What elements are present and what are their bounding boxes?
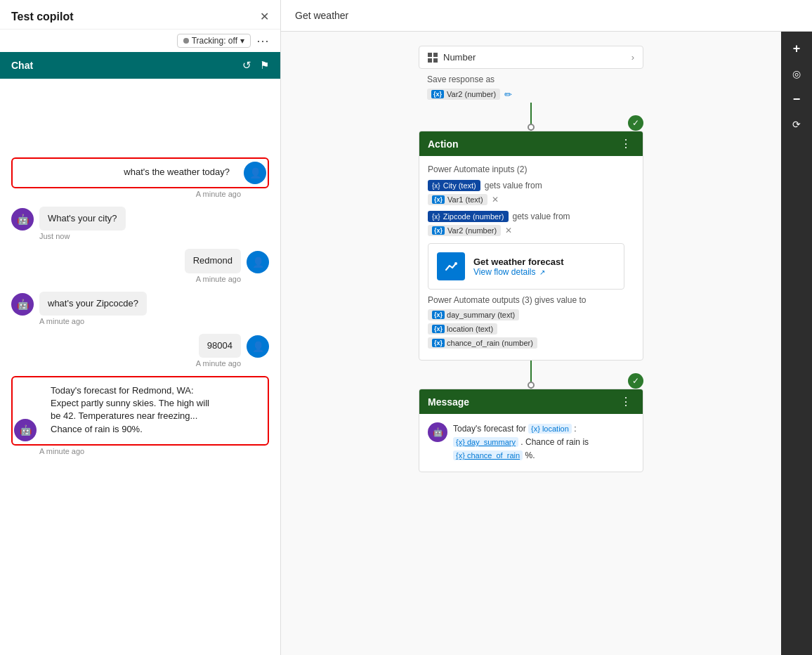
grid-icon xyxy=(428,53,438,63)
left-panel: Test copilot ✕ Tracking: off ▾ ⋯ Chat ↺ … xyxy=(0,0,281,655)
message-node-title: Message xyxy=(428,396,469,408)
check-circle-icon: ✓ xyxy=(628,115,643,131)
chance-of-rain-chip[interactable]: {x} chance_of_rain (number) xyxy=(428,337,537,349)
var-icon: {x} xyxy=(432,195,445,204)
bot-message-bubble: What's your city? xyxy=(39,207,126,231)
left-header: Test copilot ✕ xyxy=(0,0,280,30)
message-text: Redmond xyxy=(193,255,233,266)
highlighted-bot-msg: 🤖 Today's forecast for Redmond, WA: Expe… xyxy=(11,376,269,446)
chevron-right-icon: › xyxy=(631,52,634,63)
more-options-button[interactable]: ⋯ xyxy=(256,34,269,47)
message-text: 98004 xyxy=(207,340,233,351)
city-chip[interactable]: {x} City (text) xyxy=(428,180,480,191)
message-text: What's your city? xyxy=(48,213,117,223)
tracking-toggle[interactable]: Tracking: off ▾ xyxy=(177,34,251,48)
var1-label: Var1 (text) xyxy=(447,195,483,204)
message-node-body: 🤖 Today's forecast for {x} location : {x… xyxy=(419,414,643,472)
output-chip-row-2: {x} location (text) xyxy=(428,323,634,335)
var-icon: {x} xyxy=(431,90,444,98)
var2-chip[interactable]: {x} Var2 (number) xyxy=(427,89,500,100)
var2-row: {x} Var2 (number) ✕ xyxy=(428,225,634,236)
user-message-group: Redmond 👤 A minute ago xyxy=(11,249,269,283)
get-weather-action[interactable]: Get weather forecast View flow details ↗ xyxy=(428,243,624,290)
flow-title: Get weather xyxy=(295,10,348,21)
save-response-section: Save response as {x} Var2 (number) ✏ xyxy=(419,69,643,103)
svg-rect-3 xyxy=(433,58,438,63)
action-more-button[interactable]: ⋮ xyxy=(617,137,634,150)
var2-label: Var2 (number) xyxy=(447,90,496,98)
text-part: . Chance of rain is xyxy=(520,437,589,447)
chat-title: Chat xyxy=(11,60,33,71)
var-row: {x} Var2 (number) ✏ xyxy=(427,89,635,100)
message-timestamp: A minute ago xyxy=(11,275,269,283)
zoom-toolbar: + ◎ − ⟳ xyxy=(781,32,812,655)
tracking-label: Tracking: off xyxy=(192,36,237,46)
flag-icon[interactable]: ⚑ xyxy=(260,59,269,72)
chance-of-rain-var-inline[interactable]: {x} chance_of_rain xyxy=(453,450,523,460)
zipcode-chip[interactable]: {x} Zipcode (number) xyxy=(428,211,509,222)
panel-title: Test copilot xyxy=(11,11,74,23)
tracking-dot xyxy=(183,38,189,44)
message-more-button[interactable]: ⋮ xyxy=(617,395,634,408)
message-timestamp: A minute ago xyxy=(11,359,269,368)
chat-body: what's the weather today? 👤 A minute ago… xyxy=(0,79,280,655)
pa-input-row-zipcode: {x} Zipcode (number) gets value from xyxy=(428,211,634,222)
location-chip[interactable]: {x} location (text) xyxy=(428,323,497,335)
refresh-icon[interactable]: ↺ xyxy=(242,59,251,72)
text-part: %. xyxy=(525,450,535,460)
var2-input-chip[interactable]: {x} Var2 (number) xyxy=(428,225,501,236)
zoom-in-button[interactable]: + xyxy=(785,37,808,60)
highlighted-user-msg-1: what's the weather today? 👤 xyxy=(11,157,269,188)
user-message-bubble: 98004 xyxy=(199,334,241,358)
bot-message-group: 🤖 what's your Zipcocde? A minute ago xyxy=(11,292,269,325)
view-flow-details-link[interactable]: View flow details xyxy=(473,267,536,277)
action-node-body: Power Automate inputs (2) {x} City (text… xyxy=(419,156,643,360)
edit-icon[interactable]: ✏ xyxy=(504,89,512,100)
check-circle-icon-2: ✓ xyxy=(628,373,643,389)
var1-chip[interactable]: {x} Var1 (text) xyxy=(428,194,487,205)
city-label: City (text) xyxy=(443,181,476,190)
zoom-out-button[interactable]: − xyxy=(785,88,808,110)
flow-area: Number › Save response as {x} Var2 (numb… xyxy=(281,32,781,655)
user-avatar: 👤 xyxy=(244,162,266,184)
user-message-row: 98004 👤 xyxy=(11,334,269,358)
var2-input-label: Var2 (number) xyxy=(447,226,497,235)
bot-message-row: 🤖 What's your city? xyxy=(11,207,269,231)
message-node-header: Message ⋮ xyxy=(419,389,643,414)
location-label: location (text) xyxy=(447,325,493,333)
remove-var2-button[interactable]: ✕ xyxy=(505,226,512,235)
day-summary-var-inline[interactable]: {x} day_summary xyxy=(453,437,518,447)
save-response-label: Save response as xyxy=(427,74,635,84)
action-info: Get weather forecast View flow details ↗ xyxy=(473,257,615,277)
action-node-title: Action xyxy=(428,138,459,150)
var-icon: {x} xyxy=(432,339,445,347)
remove-var1-button[interactable]: ✕ xyxy=(492,195,499,205)
location-var-inline[interactable]: {x} location xyxy=(528,424,572,434)
right-panel-header: Get weather xyxy=(281,0,812,32)
message-timestamp: A minute ago xyxy=(11,317,269,325)
day-summary-chip[interactable]: {x} day_summary (text) xyxy=(428,309,519,320)
text-part: : xyxy=(574,424,576,434)
user-message-bubble: what's the weather today? xyxy=(115,160,238,184)
action-title: Get weather forecast xyxy=(473,257,615,267)
svg-rect-0 xyxy=(428,53,432,57)
connector-2: ✓ xyxy=(419,361,643,389)
history-button[interactable]: ⟳ xyxy=(785,113,808,136)
message-timestamp: A minute ago xyxy=(11,190,269,198)
external-link-icon: ↗ xyxy=(539,268,545,276)
number-input-node[interactable]: Number › xyxy=(419,46,643,69)
bot-message-bubble: what's your Zipcocde? xyxy=(39,292,147,316)
center-button[interactable]: ◎ xyxy=(785,63,808,85)
user-avatar: 👤 xyxy=(247,335,269,358)
bot-message-group: 🤖 What's your city? Just now xyxy=(11,207,269,240)
close-button[interactable]: ✕ xyxy=(260,10,269,23)
right-panel: Get weather Numb xyxy=(281,0,812,655)
message-node-text: Today's forecast for {x} location : {x} … xyxy=(453,422,634,463)
user-message-bubble: Redmond xyxy=(185,249,241,273)
chance-of-rain-label: chance_of_rain (number) xyxy=(447,339,533,347)
output-chip-row-3: {x} chance_of_rain (number) xyxy=(428,337,634,349)
tracking-bar: Tracking: off ▾ ⋯ xyxy=(0,30,280,52)
action-node: Action ⋮ Power Automate inputs (2) {x} C… xyxy=(419,131,643,361)
user-message-row: Redmond 👤 xyxy=(11,249,269,273)
user-avatar: 👤 xyxy=(247,251,269,273)
